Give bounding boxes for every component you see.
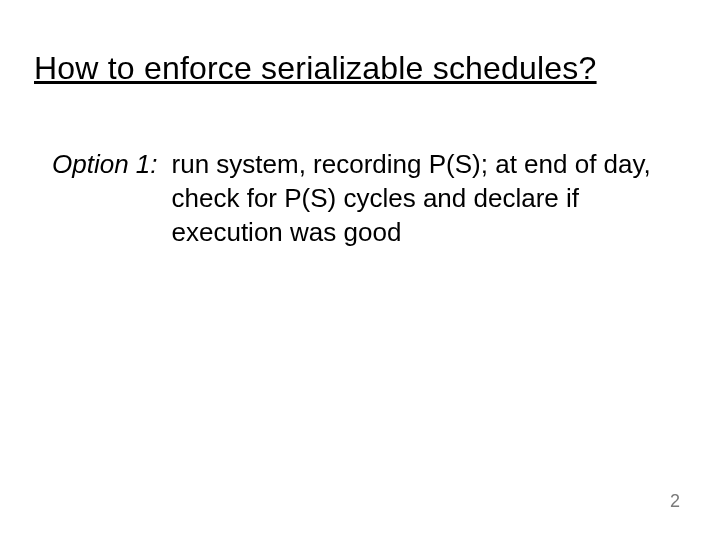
slide-title: How to enforce serializable schedules? [34, 50, 597, 87]
option-text: run system, recording P(S); at end of da… [172, 148, 672, 249]
slide-body: Option 1: run system, recording P(S); at… [52, 148, 672, 249]
option-row: Option 1: run system, recording P(S); at… [52, 148, 672, 249]
option-label: Option 1: [52, 148, 172, 182]
page-number: 2 [670, 491, 680, 512]
slide: How to enforce serializable schedules? O… [0, 0, 720, 540]
